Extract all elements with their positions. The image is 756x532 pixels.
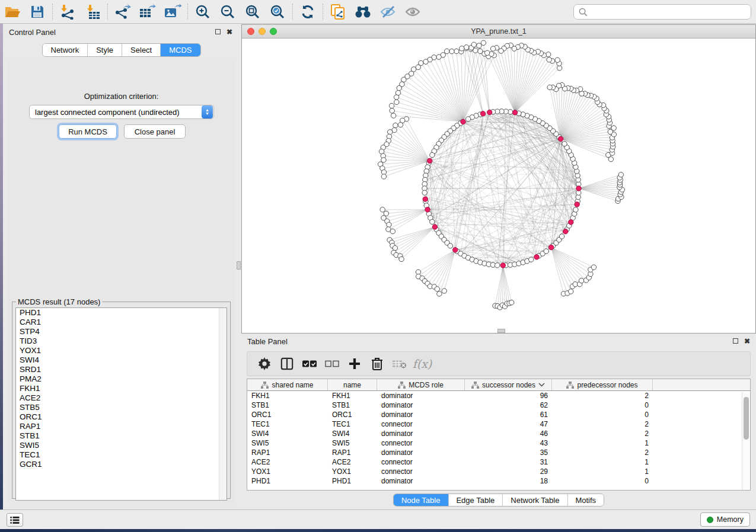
- delete-column-button[interactable]: [366, 354, 388, 374]
- open-file-button[interactable]: [0, 2, 25, 22]
- network-canvas[interactable]: [242, 39, 755, 333]
- mcds-node-item[interactable]: SRD1: [16, 365, 227, 374]
- mcds-node-item[interactable]: SWI5: [16, 441, 227, 450]
- hide-selected-button[interactable]: [375, 2, 400, 22]
- export-image-button[interactable]: [160, 2, 185, 22]
- function-builder-button[interactable]: f(x): [411, 354, 433, 374]
- mcds-node-item[interactable]: STB1: [16, 431, 227, 441]
- mcds-node-item[interactable]: STP4: [16, 327, 227, 336]
- table-settings-button[interactable]: [253, 354, 276, 374]
- scrollbar-thumb[interactable]: [744, 397, 749, 440]
- memory-button[interactable]: Memory: [700, 512, 750, 527]
- mcds-node-item[interactable]: FKH1: [16, 384, 227, 393]
- tab-node-table[interactable]: Node Table: [394, 494, 449, 506]
- mcds-result-list[interactable]: PHD1CAR1STP4TID3YOX1SWI4SRD1PMA2FKH1ACE2…: [15, 307, 227, 501]
- close-panel-button[interactable]: Close panel: [124, 124, 186, 139]
- table-cell: dominator: [377, 391, 465, 400]
- table-cell: RAP1: [328, 448, 377, 457]
- select-all-button[interactable]: [298, 354, 321, 374]
- delete-table-button[interactable]: [388, 354, 411, 374]
- attribute-type-icon: [398, 382, 406, 389]
- list-scrollbar[interactable]: [219, 308, 227, 500]
- table-cell: SWI5: [247, 438, 328, 448]
- table-cell: 47: [465, 419, 552, 429]
- tab-network-table[interactable]: Network Table: [503, 494, 567, 506]
- toolbar-separator: [107, 4, 108, 20]
- zoom-out-button[interactable]: [215, 2, 240, 22]
- mcds-node-item[interactable]: STB5: [16, 403, 227, 412]
- close-panel-icon[interactable]: ✖: [227, 28, 232, 36]
- tab-edge-table[interactable]: Edge Table: [448, 494, 503, 506]
- show-columns-button[interactable]: [276, 354, 298, 374]
- close-panel-icon[interactable]: ✖: [744, 337, 750, 345]
- tab-network[interactable]: Network: [42, 44, 88, 56]
- add-column-button[interactable]: [343, 354, 366, 374]
- mcds-node-item[interactable]: GCR1: [16, 460, 227, 469]
- import-table-button[interactable]: [80, 2, 105, 22]
- node-table: shared namenameMCDS rolesuccessor nodesp…: [247, 379, 751, 491]
- show-all-button[interactable]: [400, 2, 425, 22]
- search-field[interactable]: [573, 4, 751, 20]
- import-network-button[interactable]: [55, 2, 80, 22]
- table-row[interactable]: SWI5SWI5connector431: [247, 438, 750, 448]
- table-row[interactable]: STB1STB1dominator620: [247, 400, 750, 410]
- table-header-row: shared namenameMCDS rolesuccessor nodesp…: [247, 379, 750, 391]
- table-row[interactable]: TEC1TEC1connector472: [247, 419, 750, 429]
- mcds-node-item[interactable]: YOX1: [16, 346, 227, 355]
- table-cell: FKH1: [328, 391, 377, 400]
- vertical-splitter-handle[interactable]: [237, 261, 241, 270]
- refresh-button[interactable]: [295, 2, 320, 22]
- task-history-button[interactable]: [7, 513, 23, 527]
- tab-motifs[interactable]: Motifs: [567, 494, 604, 506]
- optimization-criterion-select[interactable]: largest connected component (undirected)…: [29, 105, 214, 119]
- table-row[interactable]: ORC1ORC1dominator610: [247, 410, 750, 419]
- column-header-mcds-role[interactable]: MCDS role: [377, 379, 465, 390]
- mcds-node-item[interactable]: CAR1: [16, 318, 227, 327]
- table-row[interactable]: SWI4SWI4dominator462: [247, 429, 750, 438]
- table-cell: TEC1: [328, 419, 377, 429]
- export-table-button[interactable]: [135, 2, 160, 22]
- tab-style[interactable]: Style: [88, 44, 122, 56]
- column-header-successor-nodes[interactable]: successor nodes: [465, 379, 552, 390]
- mcds-node-item[interactable]: TEC1: [16, 450, 227, 460]
- find-button[interactable]: [350, 2, 375, 22]
- search-input[interactable]: [591, 8, 751, 17]
- table-cell: 2: [552, 429, 653, 438]
- horizontal-splitter-handle[interactable]: [497, 329, 505, 333]
- tab-select[interactable]: Select: [122, 44, 161, 56]
- deselect-all-button[interactable]: [321, 354, 343, 374]
- run-mcds-button[interactable]: Run MCDS: [59, 124, 117, 139]
- column-header-shared-name[interactable]: shared name: [247, 379, 328, 390]
- tab-mcds[interactable]: MCDS: [161, 44, 200, 56]
- mcds-node-item[interactable]: ORC1: [16, 412, 227, 422]
- zoom-in-icon: [195, 4, 210, 20]
- zoom-in-button[interactable]: [190, 2, 215, 22]
- clone-network-button[interactable]: [326, 2, 350, 22]
- mcds-node-item[interactable]: TID3: [16, 336, 227, 346]
- mcds-node-item[interactable]: RAP1: [16, 422, 227, 431]
- table-row[interactable]: RAP1RAP1dominator352: [247, 448, 750, 457]
- float-panel-icon[interactable]: [733, 337, 738, 345]
- table-row[interactable]: FKH1FKH1dominator962: [247, 391, 750, 400]
- table-row[interactable]: PHD1PHD1dominator180: [247, 476, 750, 486]
- export-network-button[interactable]: [110, 2, 135, 22]
- save-session-button[interactable]: [25, 2, 50, 22]
- network-graph[interactable]: [242, 39, 755, 333]
- float-panel-icon[interactable]: [215, 28, 221, 36]
- application-window: Control Panel ✖ NetworkStyleSelectMCDS O…: [0, 0, 756, 532]
- table-row[interactable]: ACE2ACE2connector311: [247, 457, 750, 467]
- table-scrollbar[interactable]: [742, 392, 749, 490]
- table-row[interactable]: YOX1YOX1connector291: [247, 467, 750, 476]
- memory-status-icon: [707, 517, 713, 523]
- mcds-node-item[interactable]: SWI4: [16, 355, 227, 365]
- column-header-name[interactable]: name: [328, 379, 377, 390]
- mcds-node-item[interactable]: PMA2: [16, 374, 227, 384]
- mcds-node-item[interactable]: PHD1: [16, 308, 227, 318]
- network-window-titlebar[interactable]: YPA_prune.txt_1: [242, 25, 755, 39]
- zoom-selected-button[interactable]: [265, 2, 290, 22]
- mcds-node-item[interactable]: ACE2: [16, 393, 227, 403]
- table-cell: 0: [552, 410, 653, 419]
- zoom-fit-button[interactable]: [240, 2, 265, 22]
- main-toolbar: [0, 0, 756, 24]
- column-header-predecessor-nodes[interactable]: predecessor nodes: [552, 379, 653, 390]
